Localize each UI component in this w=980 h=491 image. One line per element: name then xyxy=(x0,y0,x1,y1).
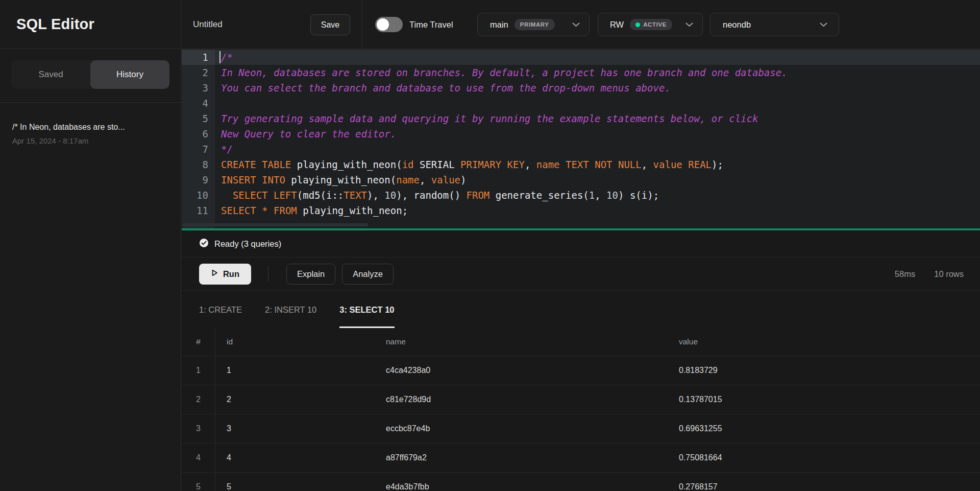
history-list-item[interactable]: /* In Neon, databases are sto... Apr 15,… xyxy=(0,116,181,151)
line-number: 1 xyxy=(182,50,208,65)
table-cell: c4ca4238a0 xyxy=(375,356,668,385)
code-line: In Neon, databases are stored on branche… xyxy=(221,65,788,80)
branch-name: main xyxy=(490,20,508,30)
history-item-date: Apr 15, 2024 - 8:17am xyxy=(12,136,168,145)
line-number: 4 xyxy=(182,96,208,111)
table-cell: 0.13787015 xyxy=(668,385,980,414)
saved-history-segmented-control: Saved History xyxy=(11,60,169,89)
table-cell: eccbc87e4b xyxy=(375,414,668,443)
line-number: 6 xyxy=(182,126,208,142)
active-line-highlight xyxy=(182,50,980,65)
active-badge-label: ACTIVE xyxy=(643,21,667,28)
table-cell: e4da3b7fbb xyxy=(375,473,668,491)
table-cell: 2 xyxy=(182,385,215,414)
code-editor[interactable]: 1234567891011 /*In Neon, databases are s… xyxy=(182,50,980,228)
table-cell: 3 xyxy=(182,414,215,443)
sidebar-header: SQL Editor xyxy=(0,0,181,49)
table-cell: 0.75081664 xyxy=(668,443,980,472)
page-title: SQL Editor xyxy=(16,16,94,33)
table-cell: 4 xyxy=(182,443,215,472)
line-number: 11 xyxy=(182,203,208,218)
table-cell: a87ff679a2 xyxy=(375,443,668,472)
chevron-down-icon xyxy=(572,22,580,27)
run-button[interactable]: Run xyxy=(199,264,251,285)
code-line: SELECT LEFT(md5(i::TEXT), 10), random() … xyxy=(221,188,659,203)
topbar: Untitled Save Time Travel main PRIMARY R… xyxy=(182,0,980,49)
query-title[interactable]: Untitled xyxy=(193,0,223,49)
line-number: 2 xyxy=(182,65,208,80)
result-tabs: 1: CREATE2: INSERT 103: SELECT 10 xyxy=(182,291,980,328)
table-row[interactable]: 55e4da3b7fbb0.2768157 xyxy=(182,473,980,491)
code-line: INSERT INTO playing_with_neon(name, valu… xyxy=(221,172,467,188)
status-message: Ready (3 queries) xyxy=(214,239,281,249)
table-cell: 1 xyxy=(182,356,215,385)
line-number: 3 xyxy=(182,80,208,96)
line-number: 5 xyxy=(182,111,208,126)
actions-divider xyxy=(268,266,268,282)
table-cell: 0.2768157 xyxy=(668,473,980,491)
sidebar-divider xyxy=(0,102,181,103)
branch-dropdown[interactable]: main PRIMARY xyxy=(477,13,590,36)
play-icon xyxy=(211,269,218,279)
code-line: New Query to clear the editor. xyxy=(221,126,396,142)
table-row[interactable]: 33eccbc87e4b0.69631255 xyxy=(182,414,980,443)
table-header-row: #idnamevalue xyxy=(182,328,980,356)
chevron-down-icon xyxy=(820,22,827,27)
table-row[interactable]: 22c81e728d9d0.13787015 xyxy=(182,385,980,414)
column-header: name xyxy=(375,328,668,356)
result-tab[interactable]: 3: SELECT 10 xyxy=(339,291,394,328)
tab-saved[interactable]: Saved xyxy=(11,60,90,89)
table-row[interactable]: 44a87ff679a20.75081664 xyxy=(182,443,980,473)
primary-badge: PRIMARY xyxy=(514,19,555,30)
sql-editor-app: SQL Editor Saved History /* In Neon, dat… xyxy=(0,0,980,491)
table-cell: 0.8183729 xyxy=(668,356,980,385)
code-line: Try generating sample data and querying … xyxy=(221,111,758,126)
chevron-down-icon xyxy=(685,22,693,27)
column-header: id xyxy=(215,328,375,356)
result-tab[interactable]: 2: INSERT 10 xyxy=(265,291,316,328)
main-panel: Untitled Save Time Travel main PRIMARY R… xyxy=(182,0,980,491)
save-button[interactable]: Save xyxy=(310,14,350,35)
table-cell: 5 xyxy=(215,473,375,491)
line-number: 8 xyxy=(182,157,208,172)
result-tab[interactable]: 1: CREATE xyxy=(199,291,242,328)
text-cursor xyxy=(219,51,220,63)
table-row[interactable]: 11c4ca4238a00.8183729 xyxy=(182,356,980,385)
table-cell: 0.69631255 xyxy=(668,414,980,443)
code-line: /* xyxy=(221,50,233,65)
compute-name: RW xyxy=(610,20,624,30)
history-item-title: /* In Neon, databases are sto... xyxy=(12,123,168,132)
results-table: #idnamevalue11c4ca4238a00.818372922c81e7… xyxy=(182,328,980,491)
query-duration: 58ms xyxy=(895,269,915,279)
column-header: value xyxy=(668,328,980,356)
explain-button[interactable]: Explain xyxy=(286,264,335,285)
code-line: You can select the branch and database t… xyxy=(221,80,671,96)
table-cell: 3 xyxy=(215,414,375,443)
query-row-count: 10 rows xyxy=(934,269,964,279)
topbar-divider xyxy=(362,0,362,49)
table-cell: c81e728d9d xyxy=(375,385,668,414)
time-travel-label: Time Travel xyxy=(409,0,453,49)
status-dot-icon xyxy=(635,22,640,27)
active-status-badge: ACTIVE xyxy=(630,19,672,30)
sidebar: SQL Editor Saved History /* In Neon, dat… xyxy=(0,0,181,491)
database-name: neondb xyxy=(723,20,751,30)
time-travel-toggle[interactable] xyxy=(375,17,403,32)
horizontal-scrollbar[interactable] xyxy=(183,223,368,226)
compute-dropdown[interactable]: RW ACTIVE xyxy=(598,13,703,36)
line-number: 7 xyxy=(182,142,208,157)
query-metrics: 58ms 10 rows xyxy=(895,269,964,279)
toggle-knob-icon xyxy=(377,18,389,31)
actions-row: Run Explain Analyze 58ms 10 rows xyxy=(182,258,980,291)
column-header: # xyxy=(182,328,215,356)
table-cell: 2 xyxy=(215,385,375,414)
table-cell: 5 xyxy=(182,473,215,491)
database-dropdown[interactable]: neondb xyxy=(710,13,839,36)
table-cell: 4 xyxy=(215,443,375,472)
tab-history[interactable]: History xyxy=(90,60,169,89)
code-line: CREATE TABLE playing_with_neon(id SERIAL… xyxy=(221,157,723,172)
analyze-button[interactable]: Analyze xyxy=(342,264,394,285)
status-row: Ready (3 queries) xyxy=(182,230,980,258)
ready-check-icon xyxy=(199,238,209,250)
code-line: SELECT * FROM playing_with_neon; xyxy=(221,203,408,218)
